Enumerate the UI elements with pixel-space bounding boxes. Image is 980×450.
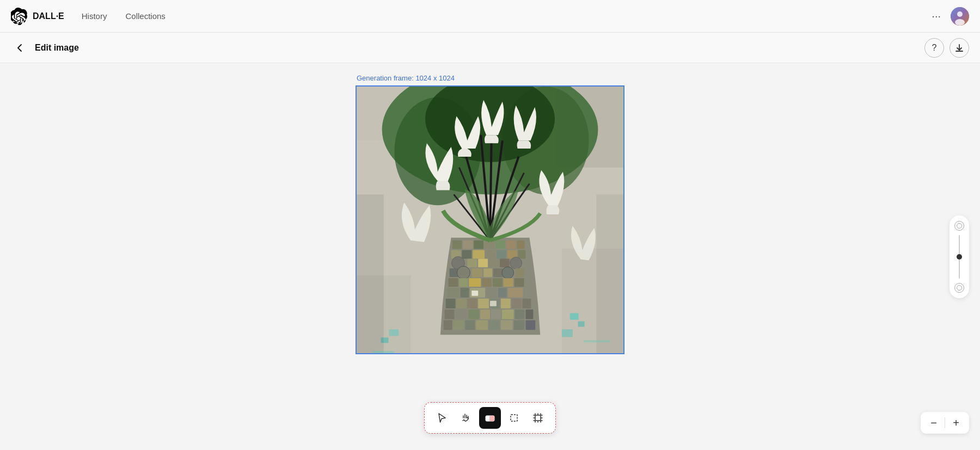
edit-title: Edit image — [35, 43, 79, 53]
svg-rect-14 — [474, 241, 483, 249]
hand-icon — [461, 412, 471, 423]
svg-rect-75 — [501, 320, 513, 330]
svg-rect-71 — [454, 320, 464, 330]
zoom-out-button[interactable]: − — [926, 415, 941, 430]
crop-icon — [509, 412, 519, 423]
svg-rect-87 — [373, 351, 395, 353]
svg-rect-52 — [446, 299, 456, 309]
svg-rect-65 — [480, 310, 490, 319]
svg-rect-81 — [578, 321, 585, 326]
svg-rect-30 — [500, 258, 510, 267]
expand-tool-button[interactable] — [527, 407, 549, 429]
svg-rect-39 — [449, 278, 458, 287]
svg-rect-82 — [562, 329, 573, 337]
svg-rect-21 — [473, 250, 485, 259]
select-tool-button[interactable] — [431, 407, 453, 429]
download-icon — [954, 43, 964, 53]
svg-rect-61 — [490, 301, 497, 306]
svg-rect-47 — [460, 288, 469, 298]
svg-rect-83 — [389, 329, 399, 336]
nav-bar: DALL·E History Collections ··· — [0, 0, 980, 33]
svg-rect-22 — [486, 250, 495, 259]
svg-rect-70 — [444, 320, 452, 330]
zoom-slider[interactable] — [950, 215, 969, 298]
eraser-tool-button[interactable] — [479, 407, 501, 429]
svg-point-31 — [510, 257, 522, 269]
main-area: Generation frame: 1024 x 1024 — [0, 63, 980, 450]
svg-rect-29 — [489, 258, 499, 267]
svg-rect-28 — [478, 258, 488, 267]
zoom-controls: − + — [921, 412, 969, 434]
logo: DALL·E — [11, 8, 64, 25]
nav-collections[interactable]: Collections — [119, 8, 171, 24]
svg-rect-49 — [486, 288, 497, 298]
svg-rect-55 — [478, 299, 489, 309]
zoom-divider — [945, 417, 945, 428]
svg-rect-86 — [596, 194, 623, 353]
svg-rect-69 — [525, 310, 533, 319]
svg-point-1 — [957, 11, 963, 17]
svg-rect-45 — [514, 278, 524, 287]
svg-rect-40 — [459, 278, 468, 287]
painting-image — [357, 87, 623, 353]
zoom-track[interactable] — [959, 235, 960, 279]
svg-rect-77 — [525, 320, 535, 330]
image-frame[interactable] — [356, 85, 624, 354]
svg-rect-35 — [483, 268, 492, 277]
svg-rect-50 — [498, 288, 507, 298]
svg-rect-38 — [516, 268, 524, 277]
svg-point-33 — [457, 266, 470, 279]
svg-rect-53 — [457, 299, 467, 309]
svg-rect-85 — [357, 194, 384, 353]
svg-rect-74 — [489, 320, 500, 330]
svg-rect-62 — [445, 310, 455, 319]
svg-rect-63 — [456, 310, 468, 319]
back-button[interactable] — [11, 41, 29, 55]
svg-rect-58 — [512, 299, 522, 309]
nav-more-button[interactable]: ··· — [927, 8, 945, 24]
svg-rect-91 — [511, 415, 517, 421]
svg-rect-73 — [476, 320, 488, 330]
svg-rect-27 — [467, 258, 477, 267]
crop-tool-button[interactable] — [503, 407, 525, 429]
zoom-in-button[interactable]: + — [948, 415, 964, 430]
svg-rect-23 — [497, 250, 506, 259]
zoom-circle-top — [954, 221, 964, 231]
svg-rect-76 — [514, 320, 525, 330]
svg-point-37 — [502, 267, 514, 279]
nav-history[interactable]: History — [75, 8, 114, 24]
svg-rect-60 — [471, 291, 478, 296]
svg-rect-64 — [468, 310, 479, 319]
svg-rect-43 — [493, 278, 503, 287]
download-button[interactable] — [950, 38, 969, 58]
eraser-icon — [485, 412, 495, 423]
svg-rect-54 — [467, 299, 477, 309]
svg-rect-17 — [506, 241, 516, 249]
user-avatar[interactable] — [951, 7, 969, 26]
svg-rect-68 — [515, 310, 525, 319]
avatar-image — [951, 7, 969, 26]
svg-rect-66 — [491, 310, 501, 319]
canvas-container: Generation frame: 1024 x 1024 — [356, 74, 624, 354]
select-icon — [437, 412, 448, 423]
back-arrow-icon — [15, 43, 25, 53]
svg-rect-67 — [502, 310, 514, 319]
svg-rect-46 — [448, 288, 460, 298]
svg-rect-41 — [469, 278, 481, 287]
svg-rect-13 — [463, 241, 473, 249]
svg-rect-25 — [518, 250, 526, 259]
svg-rect-57 — [501, 299, 511, 309]
svg-rect-12 — [452, 241, 462, 249]
zoom-thumb[interactable] — [957, 254, 962, 260]
svg-rect-80 — [570, 313, 579, 320]
hand-tool-button[interactable] — [455, 407, 477, 429]
svg-rect-92 — [535, 415, 541, 421]
svg-rect-51 — [508, 288, 523, 298]
logo-text: DALL·E — [33, 11, 64, 21]
generation-label: Generation frame: 1024 x 1024 — [356, 74, 455, 82]
svg-rect-20 — [462, 250, 471, 259]
svg-rect-34 — [471, 268, 482, 277]
svg-rect-36 — [493, 268, 503, 277]
help-button[interactable]: ? — [924, 38, 944, 58]
svg-rect-59 — [523, 299, 531, 309]
